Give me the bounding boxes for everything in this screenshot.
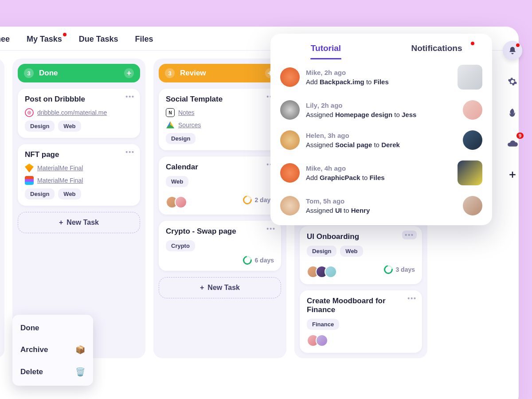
card-link[interactable]: MaterialMe Final: [25, 176, 133, 185]
notifications-popover: Tutorial Notifications Mike, 2h ago Add …: [270, 34, 492, 225]
tag[interactable]: Finance: [307, 319, 339, 330]
avatar: [316, 334, 328, 347]
column-review: 3 Review + ••• Social Template NNotes So…: [153, 59, 286, 358]
task-card-calendar[interactable]: ••• Calendar Web 2 days: [159, 156, 281, 215]
card-menu-icon[interactable]: •••: [266, 225, 276, 232]
task-card-social-template[interactable]: ••• Social Template NNotes Sources Desig…: [159, 89, 281, 150]
notification-text: Lily, 2h ago Assigned Homepage design to…: [306, 101, 457, 119]
card-title: Social Template: [166, 95, 274, 104]
card-menu-icon[interactable]: •••: [125, 93, 135, 100]
notification-item[interactable]: Mike, 4h ago Add GraphicPack to Files: [270, 155, 492, 191]
tag-list: Design Web: [307, 246, 415, 257]
tab-label: Tutorial: [311, 43, 341, 53]
button-label: New Task: [207, 284, 240, 292]
ctx-done[interactable]: Done: [12, 317, 93, 339]
notif-tab-tutorial[interactable]: Tutorial: [270, 34, 381, 59]
ctx-delete[interactable]: Delete🗑️: [12, 361, 93, 383]
tag-list: Web: [166, 176, 274, 187]
cloud-badge: 9: [516, 133, 524, 139]
link-text[interactable]: Sources: [178, 121, 201, 129]
tag[interactable]: Web: [58, 188, 81, 200]
notification-text: Tom, 5h ago Assigned UI to Henry: [306, 196, 457, 215]
notification-item[interactable]: Mike, 2h ago Add Backpack.img to Files: [270, 59, 492, 95]
card-menu-icon[interactable]: •••: [407, 295, 417, 302]
new-task-button[interactable]: +New Task: [18, 212, 140, 233]
card-menu-icon[interactable]: •••: [402, 231, 417, 239]
tab-label: gnee: [0, 35, 10, 43]
notification-item[interactable]: Tom, 5h ago Assigned UI to Henry: [270, 191, 492, 221]
tag-list: Crypto: [166, 240, 274, 251]
assignee-avatars[interactable]: [307, 266, 337, 278]
column-header[interactable]: 3 Done +: [18, 64, 140, 82]
tab-my-tasks[interactable]: My Tasks: [27, 35, 62, 44]
tab-due-tasks[interactable]: Due Tasks: [79, 35, 118, 44]
archive-icon: 📦: [75, 345, 85, 355]
card-menu-icon[interactable]: •••: [125, 149, 135, 156]
link-text[interactable]: MaterialMe Final: [37, 164, 83, 172]
avatar: [325, 266, 337, 278]
task-card-nft-page[interactable]: ••• NFT page MaterialMe Final MaterialMe…: [18, 144, 140, 206]
add-button[interactable]: [503, 165, 522, 184]
ctx-archive[interactable]: Archive📦: [12, 339, 93, 361]
tag[interactable]: Web: [58, 121, 81, 132]
trending-button[interactable]: [503, 103, 522, 122]
notif-tab-notifications[interactable]: Notifications: [381, 34, 492, 59]
notification-dot: [63, 33, 66, 36]
tab-files[interactable]: Files: [135, 35, 153, 44]
card-link[interactable]: Sources: [166, 121, 274, 129]
notion-icon: N: [166, 108, 175, 117]
column-done: 3 Done + ••• Post on Dribbble ⊕ dribbble…: [12, 59, 145, 358]
tag[interactable]: Design: [166, 133, 196, 144]
add-card-icon[interactable]: +: [124, 68, 134, 78]
notification-text: Mike, 4h ago Add GraphicPack to Files: [306, 164, 451, 182]
tag[interactable]: Design: [25, 121, 55, 132]
plus-icon: +: [59, 219, 63, 227]
card-link[interactable]: ⊕ dribbble.com/material.me: [25, 108, 133, 117]
column-title: Review: [180, 69, 206, 78]
link-text[interactable]: dribbble.com/material.me: [37, 109, 107, 116]
button-label: New Task: [66, 219, 99, 227]
card-link[interactable]: MaterialMe Final: [25, 164, 133, 172]
column-title: Done: [39, 69, 58, 78]
card-title: Create Moodboard for Finance: [307, 297, 415, 314]
card-context-menu: Done Archive📦 Delete🗑️: [12, 315, 93, 386]
notification-item[interactable]: Lily, 2h ago Assigned Homepage design to…: [270, 95, 492, 125]
tag[interactable]: Design: [25, 188, 55, 200]
tag[interactable]: Web: [166, 176, 188, 187]
settings-button[interactable]: [503, 72, 522, 91]
assignee-avatars[interactable]: [307, 334, 415, 347]
task-card-ui-onboarding[interactable]: ••• UI Onboarding Design Web 3 days: [300, 226, 422, 284]
task-card-crypto[interactable]: ••• Crypto - Swap page Crypto 6 days: [159, 221, 281, 271]
link-text[interactable]: Notes: [178, 109, 195, 116]
tag[interactable]: Design: [307, 246, 336, 257]
notification-text: Helen, 3h ago Assigned Social page to De…: [306, 131, 457, 149]
avatar: [280, 67, 300, 87]
due-text: 3 days: [395, 266, 415, 273]
card-link[interactable]: NNotes: [166, 108, 274, 117]
tag[interactable]: Crypto: [166, 240, 195, 251]
link-text[interactable]: MaterialMe Final: [37, 177, 83, 184]
due-badge: 3 days: [384, 265, 415, 274]
tab-label: Notifications: [411, 43, 462, 53]
column-header[interactable]: 3 Review +: [159, 64, 281, 82]
bell-icon: [508, 46, 517, 55]
figma-icon: [25, 176, 34, 185]
sketch-icon: [25, 164, 34, 172]
tag[interactable]: Web: [340, 246, 363, 257]
notifications-button[interactable]: [503, 41, 522, 60]
gdrive-icon: [166, 121, 175, 129]
fire-icon: [508, 108, 517, 117]
notification-item[interactable]: Helen, 3h ago Assigned Social page to De…: [270, 125, 492, 155]
cloud-button[interactable]: 9: [503, 134, 522, 153]
task-card-moodboard[interactable]: ••• Create Moodboard for Finance Finance: [300, 290, 422, 353]
avatar: [280, 163, 300, 183]
avatar: [175, 196, 187, 208]
tab-assignee[interactable]: gnee: [0, 35, 10, 44]
notification-thumb: [463, 100, 482, 120]
new-task-button[interactable]: +New Task: [159, 277, 281, 298]
card-title: NFT page: [25, 150, 133, 159]
task-card-post-dribbble[interactable]: ••• Post on Dribbble ⊕ dribbble.com/mate…: [18, 89, 140, 138]
tag-list: Design Web: [25, 121, 133, 132]
due-badge: 6 days: [243, 256, 274, 265]
assignee-avatars[interactable]: [166, 196, 187, 208]
